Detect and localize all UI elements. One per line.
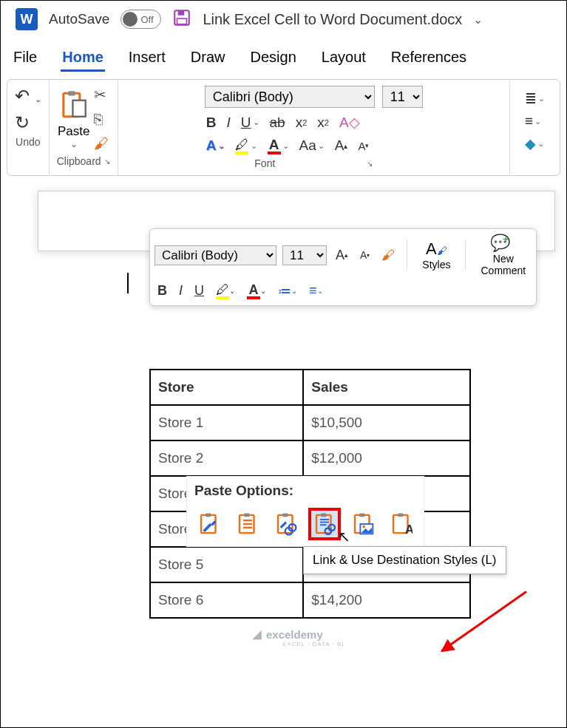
- toggle-knob-icon: [123, 12, 137, 27]
- align-button[interactable]: ≡⌄: [523, 113, 546, 129]
- paste-options-title: Paste Options:: [194, 483, 416, 499]
- font-size-select[interactable]: 11: [382, 86, 423, 108]
- mini-styles-button[interactable]: A🖌 Styles: [416, 239, 456, 271]
- paste-dropdown-icon[interactable]: ⌄: [70, 139, 78, 149]
- tab-design[interactable]: Design: [249, 45, 298, 72]
- mini-font-color-button[interactable]: A⌄: [244, 281, 269, 301]
- change-case-button[interactable]: Aa⌄: [298, 137, 326, 154]
- comment-icon: 💬+: [490, 234, 516, 253]
- mini-italic-button[interactable]: I: [176, 282, 186, 300]
- paste-label[interactable]: Paste: [58, 124, 89, 139]
- mini-grow-font-button[interactable]: A▴: [333, 246, 351, 265]
- bold-button[interactable]: B: [205, 115, 218, 131]
- watermark-text: ◢exceldemy: [253, 627, 323, 641]
- menu-tabs: File Home Insert Draw Design Layout Refe…: [1, 38, 566, 79]
- ribbon-group-font: Calibri (Body) 11 B I U⌄ ab x2 x2 A◇ A⌄ …: [118, 80, 510, 175]
- titlebar: W AutoSave Off Link Excel Cell to Word D…: [1, 1, 566, 38]
- watermark-subtext: EXCEL · DATA · BI: [282, 641, 344, 647]
- table-row: Store 2$12,000: [150, 440, 470, 476]
- svg-rect-25: [359, 513, 364, 517]
- svg-rect-29: [398, 513, 403, 517]
- font-dialog-launcher-icon[interactable]: ↘: [367, 160, 373, 168]
- strikethrough-button[interactable]: ab: [268, 115, 287, 131]
- svg-point-27: [362, 525, 365, 528]
- clipboard-dialog-launcher-icon[interactable]: ↘: [104, 157, 110, 166]
- autosave-state: Off: [140, 14, 153, 25]
- mini-highlight-button[interactable]: 🖊⌄: [213, 281, 238, 301]
- redo-button[interactable]: ↻: [15, 112, 41, 133]
- shading-button[interactable]: ◆⌄: [523, 135, 546, 152]
- svg-text:A: A: [405, 523, 412, 537]
- svg-rect-7: [206, 513, 211, 517]
- mini-toolbar: Calibri (Body) 11 A▴ A▾ 🖌 A🖌 Styles 💬+ N…: [149, 228, 537, 306]
- svg-rect-4: [68, 91, 75, 95]
- clear-formatting-button[interactable]: A◇: [338, 114, 361, 131]
- text-effects-button[interactable]: A⌄: [205, 137, 226, 154]
- svg-rect-14: [282, 513, 288, 517]
- paste-opt-link-use-destination-styles[interactable]: [308, 508, 341, 540]
- svg-rect-5: [72, 101, 85, 117]
- undo-button[interactable]: ↶ ⌄: [15, 86, 41, 106]
- paste-options-popup: Paste Options: A: [186, 476, 424, 547]
- superscript-button[interactable]: x2: [316, 115, 330, 131]
- word-app-icon: W: [16, 8, 38, 30]
- paste-option-tooltip: Link & Use Destination Styles (L): [303, 546, 506, 574]
- tab-layout[interactable]: Layout: [320, 45, 367, 72]
- shrink-font-button[interactable]: A▾: [356, 140, 370, 152]
- mini-bold-button[interactable]: B: [155, 282, 170, 300]
- mini-new-comment-button[interactable]: 💬+ New Comment: [475, 234, 532, 276]
- document-title[interactable]: Link Excel Cell to Word Document.docx: [203, 11, 462, 28]
- bullets-button[interactable]: ≣⌄: [523, 90, 546, 107]
- cut-icon[interactable]: ✂: [94, 86, 109, 103]
- mouse-cursor-icon: ↖: [338, 528, 350, 545]
- mini-font-size-select[interactable]: 11: [282, 245, 327, 265]
- tab-references[interactable]: References: [390, 45, 468, 72]
- svg-rect-2: [177, 18, 187, 24]
- copy-icon[interactable]: ⎘: [94, 111, 109, 128]
- svg-rect-18: [321, 513, 326, 517]
- font-color-button[interactable]: A⌄: [266, 137, 291, 154]
- mini-shrink-font-button[interactable]: A▾: [357, 248, 373, 262]
- autosave-label: AutoSave: [49, 11, 109, 27]
- ribbon-group-clipboard: Paste ⌄ ✂ ⎘ 🖌 Clipboard↘: [50, 80, 118, 175]
- underline-button[interactable]: U⌄: [240, 115, 261, 131]
- svg-rect-9: [244, 513, 249, 517]
- font-name-select[interactable]: Calibri (Body): [205, 86, 375, 108]
- table-row: Store 1$10,500: [150, 405, 470, 440]
- grow-font-button[interactable]: A▴: [333, 137, 350, 154]
- subscript-button[interactable]: x2: [294, 115, 309, 131]
- autosave-toggle[interactable]: Off: [120, 10, 161, 29]
- save-icon[interactable]: [172, 8, 191, 30]
- highlight-button[interactable]: 🖊⌄: [234, 137, 259, 154]
- table-row: Store 6$14,200: [150, 582, 470, 618]
- mini-format-painter-icon[interactable]: 🖌: [378, 246, 398, 265]
- tab-home[interactable]: Home: [61, 45, 105, 72]
- mini-bullets-button[interactable]: ≔⌄: [275, 282, 300, 301]
- paste-opt-use-destination-styles[interactable]: [231, 508, 264, 540]
- paste-opt-keep-text-only[interactable]: A: [385, 508, 418, 540]
- mini-numbering-button[interactable]: ≡⌄: [306, 282, 326, 300]
- document-canvas: Calibri (Body) 11 A▴ A▾ 🖌 A🖌 Styles 💬+ N…: [38, 191, 555, 251]
- ribbon-group-paragraph: ≣⌄ ≡⌄ ◆⌄: [510, 80, 560, 175]
- text-cursor-icon: [127, 273, 129, 293]
- table-header-store: Store: [150, 370, 303, 405]
- styles-icon: A🖌: [426, 239, 447, 259]
- paste-opt-keep-source-formatting[interactable]: [193, 508, 225, 540]
- format-painter-icon[interactable]: 🖌: [94, 135, 109, 152]
- ribbon: ↶ ⌄ ↻ Undo Paste ⌄ ✂ ⎘ 🖌 Clipboard↘ Cali…: [7, 79, 560, 176]
- tab-file[interactable]: File: [12, 45, 38, 72]
- mini-font-name-select[interactable]: Calibri (Body): [155, 245, 276, 265]
- ribbon-group-undo: ↶ ⌄ ↻ Undo: [7, 80, 50, 175]
- tab-draw[interactable]: Draw: [189, 45, 227, 72]
- table-header-sales: Sales: [303, 370, 470, 405]
- table-header-row: Store Sales: [150, 370, 470, 405]
- mini-underline-button[interactable]: U: [191, 282, 207, 300]
- italic-button[interactable]: I: [225, 115, 232, 131]
- paste-opt-link-keep-source-formatting[interactable]: [270, 508, 302, 540]
- chevron-down-icon[interactable]: ⌄: [473, 13, 483, 27]
- clipboard-group-label: Clipboard: [57, 155, 101, 167]
- svg-rect-1: [178, 10, 185, 16]
- paste-icon[interactable]: [60, 89, 88, 124]
- tab-insert[interactable]: Insert: [127, 45, 167, 72]
- paste-opt-picture[interactable]: [347, 508, 379, 540]
